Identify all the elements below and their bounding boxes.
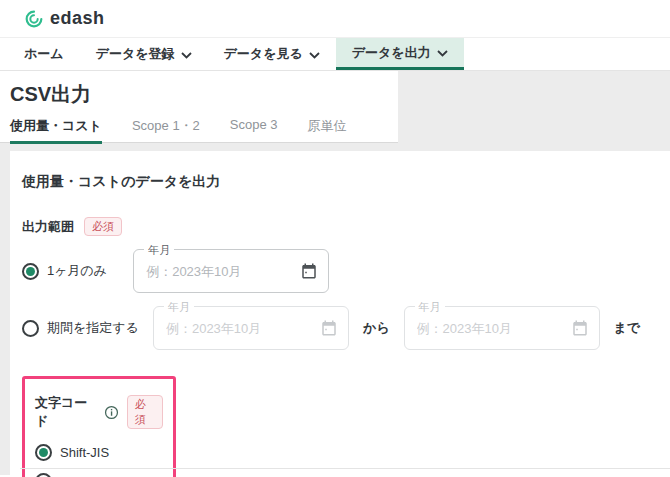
edash-logo[interactable]: edash [24,8,105,29]
section-heading: 使用量・コストのデータを出力 [22,173,670,191]
period-row: 期間を指定する 年月 から 年月 [22,306,670,350]
radio-period[interactable]: 期間を指定する [22,319,139,337]
radio-label: 1ヶ月のみ [47,262,107,280]
radio-utf-8[interactable]: UTF-8 [35,473,163,477]
calendar-icon[interactable] [300,262,318,280]
period-start-input [154,321,320,336]
nav-item-label: データを見る [224,45,303,63]
from-connector: から [363,319,390,337]
chevron-down-icon [309,47,320,62]
radio-label: 期間を指定する [47,319,139,337]
charcode-label: 文字コード [35,394,96,430]
single-month-row: 1ヶ月のみ 年月 [22,249,670,293]
chevron-down-icon [437,45,448,60]
date-field-label: 年月 [164,300,194,315]
logo-bar: edash [0,0,670,38]
tab-scope3[interactable]: Scope 3 [230,117,278,144]
export-form-card: 使用量・コストのデータを出力 出力範囲 必須 1ヶ月のみ 年月 [10,151,670,475]
radio-button-checked[interactable] [22,263,39,280]
calendar-icon [571,319,589,337]
output-range-label-row: 出力範囲 必須 [22,217,670,236]
radio-button-unchecked[interactable] [35,473,52,477]
nav-item-view-data[interactable]: データを見る [208,38,336,70]
nav-item-label: データを出力 [352,44,431,62]
chevron-down-icon [181,47,192,62]
calendar-icon [320,319,338,337]
nav-item-register-data[interactable]: データを登録 [80,38,208,70]
radio-shift-jis[interactable]: Shift-JIS [35,444,163,461]
radio-label: Shift-JIS [60,445,109,460]
required-badge: 必須 [84,217,122,236]
radio-single-month[interactable]: 1ヶ月のみ [22,262,107,280]
single-month-date-field[interactable]: 年月 [133,249,329,293]
main-nav: ホーム データを登録 データを見る データを出力 [0,38,670,71]
output-range-label: 出力範囲 [22,218,74,236]
page-header: CSV出力 使用量・コスト Scope 1・2 Scope 3 原単位 [0,71,670,143]
content-area: 使用量・コストのデータを出力 出力範囲 必須 1ヶ月のみ 年月 [0,143,670,475]
nav-item-home[interactable]: ホーム [8,38,80,70]
edash-logo-icon [24,9,44,29]
date-field-label: 年月 [144,243,174,258]
single-month-input[interactable] [134,264,300,279]
bottom-divider [20,468,670,469]
info-icon[interactable] [104,405,119,420]
period-start-date-field: 年月 [153,306,349,350]
nav-item-label: データを登録 [96,45,175,63]
radio-button-unchecked[interactable] [22,320,39,337]
required-badge: 必須 [127,395,163,429]
tab-unit-intensity[interactable]: 原単位 [308,117,347,144]
brand-name: edash [50,8,105,29]
charcode-label-row: 文字コード 必須 [35,394,163,430]
radio-button-checked[interactable] [35,444,52,461]
tab-usage-cost[interactable]: 使用量・コスト [10,117,102,144]
nav-item-label: ホーム [24,45,64,63]
header-background-panel [398,71,670,143]
date-field-label: 年月 [415,300,445,315]
tab-scope1-2[interactable]: Scope 1・2 [132,117,200,144]
charcode-highlight-box: 文字コード 必須 Shift-JIS UTF-8 [22,376,176,477]
period-end-date-field: 年月 [404,306,600,350]
to-connector: まで [614,319,641,337]
nav-item-export-data[interactable]: データを出力 [336,38,464,70]
period-end-input [405,321,571,336]
